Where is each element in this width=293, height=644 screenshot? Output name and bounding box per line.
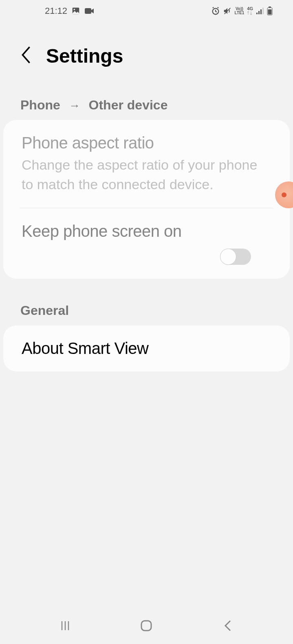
toggle-keep-screen-on[interactable] [220,249,251,265]
nav-back-button[interactable] [216,613,240,638]
card-general: About Smart View [3,325,290,371]
setting-keep-screen-on[interactable]: Keep phone screen on [3,208,290,279]
setting-subtitle: Change the aspect ratio of your phone to… [22,155,271,194]
status-right: Vo))LTE1 4G [211,7,285,16]
page-title: Settings [46,45,123,67]
nav-home-button[interactable] [134,613,159,638]
toggle-knob [220,249,236,265]
navigation-bar [0,607,293,644]
setting-title: Keep phone screen on [22,222,271,240]
section-label-phone-device: Phone → Other device [0,83,293,120]
card-phone-device: Phone aspect ratio Change the aspect rat… [3,120,290,279]
mute-icon [223,7,232,15]
svg-rect-2 [85,8,91,14]
status-left: 21:12 [45,6,94,16]
battery-icon [267,7,273,15]
back-button[interactable] [20,46,32,66]
setting-title: Phone aspect ratio [22,134,271,152]
signal-icon [256,7,264,15]
picture-icon [71,7,80,15]
setting-title: About Smart View [22,339,271,358]
nav-recents-button[interactable] [53,613,77,638]
svg-point-1 [74,9,75,11]
alarm-icon [211,7,220,15]
volte-icon: Vo))LTE1 [235,7,245,15]
svg-rect-5 [256,13,258,14]
svg-rect-11 [268,9,272,15]
svg-rect-8 [262,8,264,14]
setting-phone-aspect-ratio[interactable]: Phone aspect ratio Change the aspect rat… [3,120,290,208]
section-label-general: General [0,279,293,325]
network-type: 4G [247,7,253,16]
header: Settings [0,20,293,83]
video-icon [84,7,94,15]
svg-rect-15 [141,621,151,631]
svg-rect-7 [260,9,262,14]
svg-rect-6 [258,11,260,14]
arrow-right-icon: → [64,99,85,112]
status-bar: 21:12 Vo))LTE1 4G [0,0,293,20]
status-time: 21:12 [45,6,67,16]
setting-about-smart-view[interactable]: About Smart View [3,325,290,371]
